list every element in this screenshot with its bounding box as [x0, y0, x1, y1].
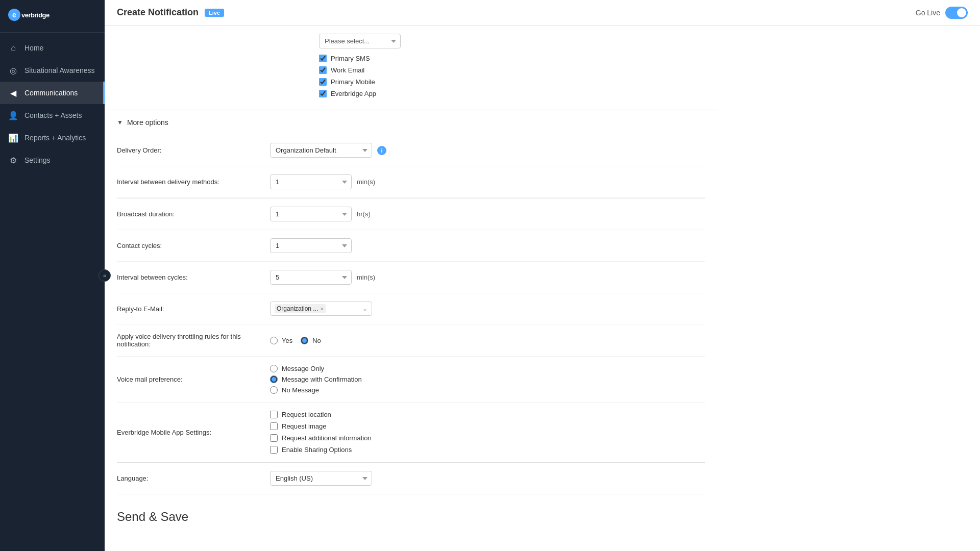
settings-icon: ⚙: [8, 155, 18, 165]
request-image-checkbox[interactable]: [270, 422, 278, 430]
request-additional-item: Request additional information: [270, 434, 372, 442]
situational-awareness-icon: ◎: [8, 65, 18, 76]
voicemail-pref-row: Voice mail preference: Message Only Mess…: [117, 357, 705, 403]
language-controls: English (US) Spanish French German: [270, 471, 705, 486]
please-select-dropdown[interactable]: Please select...: [319, 34, 401, 48]
reply-email-row: Reply-to E-Mail: Organization ... × ⌄: [117, 293, 705, 324]
message-only-row: Message Only: [270, 365, 362, 372]
throttle-yes-row: Yes: [270, 337, 292, 344]
throttle-no-radio[interactable]: [301, 337, 308, 344]
no-message-label: No Message: [282, 386, 319, 394]
broadcast-duration-select[interactable]: 1 2 4 6 8 12 24: [270, 207, 352, 221]
send-save-title: Send & Save: [117, 510, 705, 524]
interval-cycles-select[interactable]: 5 10 15 20 30: [270, 270, 352, 285]
throttle-yes-radio[interactable]: [270, 337, 278, 344]
go-live-label: Go Live: [916, 9, 940, 17]
primary-sms-row: Primary SMS: [319, 55, 705, 62]
contact-cycles-controls: 1 2 3 4 5: [270, 238, 705, 253]
delivery-checkboxes: Primary SMS Work Email Primary Mobile Ev…: [319, 55, 705, 97]
sidebar-item-contacts-label: Contacts + Assets: [24, 111, 82, 119]
contact-cycles-label: Contact cycles:: [117, 242, 270, 249]
reply-dropdown-icon[interactable]: ⌄: [362, 305, 368, 312]
broadcast-duration-label: Broadcast duration:: [117, 210, 270, 218]
primary-mobile-label: Primary Mobile: [331, 78, 375, 86]
sidebar-collapse-button[interactable]: «: [99, 269, 111, 282]
reply-to-tag-text: Organization ...: [277, 305, 318, 312]
message-only-radio[interactable]: [270, 365, 278, 372]
interval-cycles-row: Interval between cycles: 5 10 15 20 30 m…: [117, 262, 705, 293]
enable-sharing-checkbox[interactable]: [270, 446, 278, 454]
request-location-checkbox[interactable]: [270, 411, 278, 418]
sidebar-item-home[interactable]: ⌂ Home: [0, 37, 105, 59]
more-options-toggle[interactable]: ▼ More options: [105, 110, 717, 135]
form-container: Please select... Primary SMS Work Email …: [105, 26, 717, 551]
sidebar-item-situational-awareness[interactable]: ◎ Situational Awareness: [0, 59, 105, 82]
reply-to-tag-close[interactable]: ×: [320, 306, 323, 312]
sidebar-item-contacts-assets[interactable]: 👤 Contacts + Assets: [0, 104, 105, 127]
request-image-label: Request image: [282, 422, 326, 430]
message-confirmation-row: Message with Confirmation: [270, 375, 362, 383]
interval-cycles-unit: min(s): [357, 273, 375, 281]
interval-delivery-controls: 1 2 3 5 10 min(s): [270, 174, 705, 189]
logo: e verbridge: [8, 7, 75, 25]
mobile-app-checkboxes: Request location Request image Request a…: [270, 411, 372, 454]
language-select[interactable]: English (US) Spanish French German: [270, 471, 372, 486]
header-left: Create Notification Live: [117, 7, 224, 18]
sidebar-item-settings[interactable]: ⚙ Settings: [0, 149, 105, 171]
request-additional-label: Request additional information: [282, 434, 372, 442]
contacts-icon: 👤: [8, 110, 18, 120]
work-email-checkbox[interactable]: [319, 66, 327, 74]
sidebar-item-reports-analytics[interactable]: 📊 Reports + Analytics: [0, 127, 105, 149]
sidebar-item-communications[interactable]: ◀ Communications: [0, 82, 105, 104]
content-area: Please select... Primary SMS Work Email …: [105, 26, 980, 551]
mobile-app-label: Everbridge Mobile App Settings:: [117, 429, 270, 436]
interval-delivery-select[interactable]: 1 2 3 5 10: [270, 174, 352, 189]
everbridge-app-checkbox[interactable]: [319, 90, 327, 97]
voicemail-pref-label: Voice mail preference:: [117, 375, 270, 383]
message-confirmation-radio[interactable]: [270, 375, 278, 383]
go-live-section: Go Live: [916, 7, 968, 19]
primary-mobile-checkbox[interactable]: [319, 78, 327, 86]
chevron-down-icon: ▼: [117, 119, 123, 126]
interval-delivery-unit: min(s): [357, 178, 375, 186]
reply-to-tag: Organization ... ×: [275, 304, 326, 313]
interval-cycles-label: Interval between cycles:: [117, 273, 270, 281]
primary-sms-checkbox[interactable]: [319, 55, 327, 62]
communications-icon: ◀: [8, 88, 18, 98]
toggle-knob: [957, 8, 966, 17]
sidebar: e verbridge ⌂ Home ◎ Situational Awarene…: [0, 0, 105, 551]
primary-sms-label: Primary SMS: [331, 55, 370, 62]
no-message-radio[interactable]: [270, 386, 278, 394]
broadcast-duration-unit: hr(s): [357, 210, 371, 218]
page-header: Create Notification Live Go Live: [105, 0, 980, 26]
voice-throttling-controls: Yes No: [270, 337, 705, 344]
delivery-order-row: Delivery Order: Organization Default Seq…: [117, 135, 705, 166]
message-only-label: Message Only: [282, 365, 324, 372]
live-badge: Live: [205, 9, 224, 17]
delivery-order-controls: Organization Default Sequential Simultan…: [270, 143, 705, 158]
broadcast-duration-controls: 1 2 4 6 8 12 24 hr(s): [270, 207, 705, 221]
reply-to-field[interactable]: Organization ... × ⌄: [270, 302, 372, 316]
delivery-order-select[interactable]: Organization Default Sequential Simultan…: [270, 143, 372, 158]
top-checkboxes-section: Please select... Primary SMS Work Email …: [105, 26, 717, 110]
delivery-order-info-icon[interactable]: i: [377, 146, 386, 155]
request-image-item: Request image: [270, 422, 372, 430]
language-label: Language:: [117, 474, 270, 482]
mobile-app-controls: Request location Request image Request a…: [270, 411, 705, 454]
broadcast-duration-row: Broadcast duration: 1 2 4 6 8 12 24 hr(s…: [117, 198, 705, 230]
everbridge-app-row: Everbridge App: [319, 90, 705, 97]
language-row: Language: English (US) Spanish French Ge…: [117, 463, 705, 494]
contact-cycles-select[interactable]: 1 2 3 4 5: [270, 238, 352, 253]
go-live-toggle[interactable]: [945, 7, 968, 19]
interval-delivery-row: Interval between delivery methods: 1 2 3…: [117, 166, 705, 198]
voicemail-pref-controls: Message Only Message with Confirmation N…: [270, 365, 705, 394]
home-icon: ⌂: [8, 43, 18, 53]
work-email-label: Work Email: [331, 66, 364, 74]
sidebar-item-reports-label: Reports + Analytics: [24, 134, 86, 142]
voice-throttling-row: Apply voice delivery throttling rules fo…: [117, 324, 705, 357]
request-location-label: Request location: [282, 411, 331, 418]
primary-mobile-row: Primary Mobile: [319, 78, 705, 86]
work-email-row: Work Email: [319, 66, 705, 74]
no-message-row: No Message: [270, 386, 362, 394]
request-additional-checkbox[interactable]: [270, 434, 278, 442]
